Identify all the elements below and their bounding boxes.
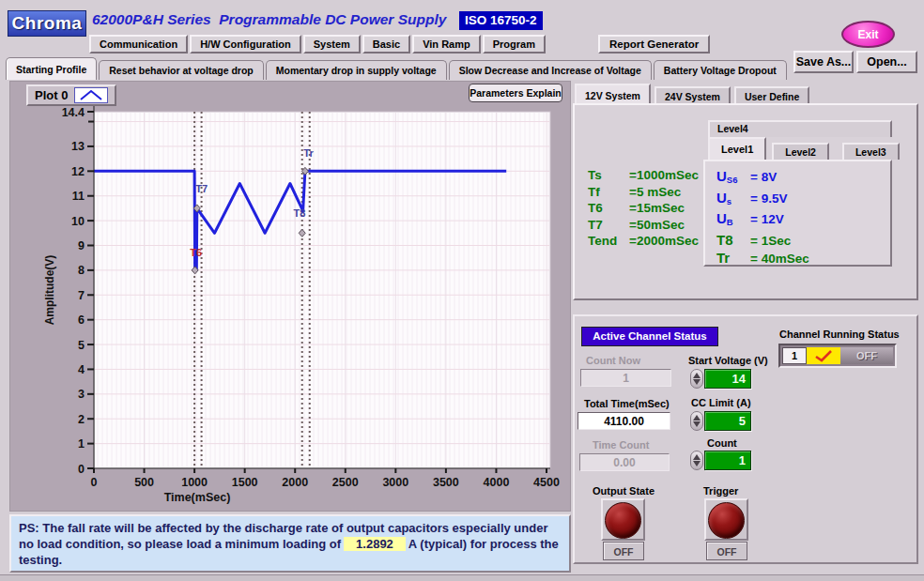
start-voltage-field[interactable]: 14: [704, 369, 751, 389]
svg-text:T6: T6: [190, 247, 202, 258]
exit-button[interactable]: Exit: [841, 21, 895, 48]
svg-text:2000: 2000: [282, 476, 308, 489]
system-tab-user-define[interactable]: User Define: [734, 86, 809, 105]
profile-tabs: Starting ProfileReset behavior at voltag…: [6, 57, 789, 80]
svg-text:T7: T7: [195, 183, 208, 194]
count-field[interactable]: 1: [704, 451, 751, 470]
output-state-label: Output State: [593, 485, 654, 497]
channel-status-box: Active Channel Status Channel Running St…: [573, 314, 918, 564]
trigger-knob[interactable]: [704, 498, 748, 541]
level-value: = 9.5V: [750, 191, 787, 206]
channel-number: 1: [782, 347, 807, 364]
app-title: 62000P&H Series Programmable DC Power Su…: [92, 11, 446, 28]
svg-text:8: 8: [78, 264, 85, 277]
menu-button-program[interactable]: Program: [483, 35, 546, 54]
level-tabs: Level1Level2Level3: [708, 137, 900, 160]
timing-param-tf: Tf=5 mSec: [588, 184, 715, 201]
output-state-value: OFF: [603, 542, 644, 560]
total-time-label: Total Time(mSec): [584, 398, 670, 409]
svg-text:T8: T8: [294, 207, 306, 219]
chroma-logo: Chroma: [8, 10, 86, 37]
timing-param-ts: Ts=1000mSec: [588, 167, 715, 184]
timing-param-tend: Tend=2000mSec: [588, 233, 715, 250]
level-value-row: UB= 12V: [716, 210, 890, 232]
start-voltage-label: Start Voltage (V): [688, 355, 768, 366]
level-tab-level2[interactable]: Level2: [772, 143, 829, 160]
cc-limit-spinner[interactable]: [690, 411, 703, 431]
level-value-name: Tr: [716, 250, 750, 268]
timing-param-value: =15mSec: [629, 200, 685, 217]
svg-text:9: 9: [78, 239, 85, 252]
level-tab-level4[interactable]: Level4: [708, 120, 892, 137]
window-bottom-edge: [0, 574, 924, 581]
svg-text:Amplitude(V): Amplitude(V): [43, 255, 56, 326]
tab-momentary-drop-in-supply-voltage[interactable]: Momentary drop in supply voltage: [266, 60, 447, 80]
tab-battery-voltage-dropout[interactable]: Battery Voltage Dropout: [654, 60, 787, 80]
menu-button-system[interactable]: System: [303, 35, 361, 54]
trigger-label: Trigger: [703, 485, 738, 497]
svg-text:500: 500: [134, 476, 154, 489]
timing-param-name: Tend: [588, 233, 629, 250]
level-value-name: UB: [716, 210, 750, 232]
menu-button-h-w-configuration[interactable]: H/W Configuration: [190, 35, 301, 54]
timing-param-name: Tf: [588, 184, 629, 201]
svg-text:7: 7: [78, 289, 85, 302]
report-generator-button[interactable]: Report Generator: [598, 35, 710, 54]
level-value-row: Tr= 40mSec: [716, 250, 890, 268]
level-tab-level3[interactable]: Level3: [842, 143, 900, 160]
channel-running-status-label: Channel Running Status: [779, 329, 900, 340]
count-now-label: Count Now: [586, 355, 640, 366]
output-state-knob[interactable]: [601, 498, 645, 541]
count-spinner[interactable]: [690, 451, 703, 470]
plot-label: Plot 0: [35, 88, 68, 102]
svg-text:4: 4: [78, 363, 85, 376]
svg-text:12: 12: [71, 165, 85, 178]
save-as-button[interactable]: Save As...: [793, 51, 854, 73]
ps-highlight-value: 1.2892: [344, 537, 406, 551]
level-value-name: US6: [716, 168, 750, 190]
timing-param-name: Ts: [588, 167, 629, 184]
waveform-chart: T6T7T8Tr01234567891011121314.40500100015…: [10, 82, 570, 511]
svg-text:0: 0: [78, 463, 85, 476]
cc-limit-label: CC Limit (A): [691, 397, 751, 408]
level-tab-level1[interactable]: Level1: [708, 137, 766, 160]
timing-param-t6: T6=15mSec: [588, 200, 715, 217]
parameters-explain-button[interactable]: Parameters Explain: [469, 84, 562, 102]
channel-running-toggle[interactable]: 1 OFF: [778, 344, 897, 368]
system-tab-12v-system[interactable]: 12V System: [575, 84, 651, 105]
level-value: = 1Sec: [750, 234, 791, 248]
trigger-knob-face: [708, 502, 745, 539]
svg-text:11: 11: [72, 190, 85, 203]
tab-starting-profile[interactable]: Starting Profile: [6, 57, 97, 80]
svg-text:1: 1: [78, 437, 85, 451]
open-button[interactable]: Open...: [856, 51, 917, 73]
svg-text:0: 0: [91, 476, 98, 489]
timing-param-value: =2000mSec: [629, 233, 699, 250]
svg-text:5: 5: [78, 339, 85, 352]
menu-button-communication[interactable]: Communication: [89, 35, 188, 54]
plot-legend-chip[interactable]: Plot 0: [26, 84, 116, 106]
menu-button-vin-ramp[interactable]: Vin Ramp: [412, 35, 481, 54]
cc-limit-field[interactable]: 5: [704, 411, 751, 431]
svg-text:Tr: Tr: [303, 147, 314, 159]
svg-text:2: 2: [78, 413, 85, 426]
menu-button-basic[interactable]: Basic: [362, 35, 410, 54]
level-value-name: T8: [716, 232, 750, 250]
level-value-row: Us= 9.5V: [716, 190, 890, 211]
timing-param-name: T7: [588, 217, 629, 234]
total-time-field[interactable]: 4110.00: [578, 412, 670, 430]
system-tab-24v-system[interactable]: 24V System: [654, 86, 731, 105]
start-voltage-spinner[interactable]: [690, 369, 703, 389]
svg-text:3000: 3000: [382, 476, 408, 489]
tab-reset-behavior-at-voltage-drop[interactable]: Reset behavior at voltage drop: [99, 60, 263, 80]
level-value: = 40mSec: [750, 252, 809, 266]
level-value-subscript: s: [727, 196, 732, 206]
level-values-box: US6= 8VUs= 9.5VUB= 12VT8= 1SecTr= 40mSec: [703, 160, 892, 267]
level-value-subscript: B: [727, 217, 733, 227]
count-now-field: 1: [580, 369, 671, 387]
count-label: Count: [707, 437, 737, 449]
menu-bar: CommunicationH/W ConfigurationSystemBasi…: [89, 35, 546, 54]
legend-line-icon: [74, 87, 108, 103]
tab-slow-decrease-and-increase-of-voltage[interactable]: Slow Decrease and Increase of Voltage: [449, 60, 652, 80]
svg-text:1000: 1000: [181, 476, 208, 489]
